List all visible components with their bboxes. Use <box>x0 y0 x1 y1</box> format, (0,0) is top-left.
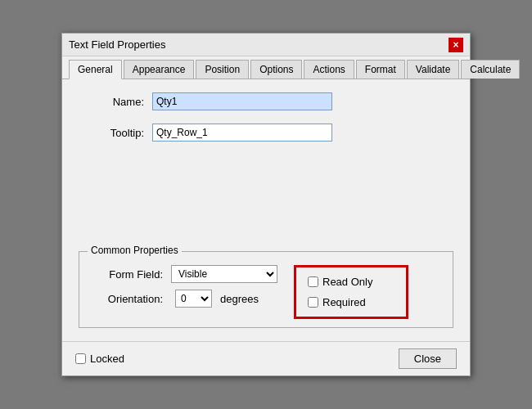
tooltip-label: Tooltip: <box>79 127 144 139</box>
orientation-label: Orientation: <box>89 293 163 305</box>
form-field-select[interactable]: Visible <box>171 265 277 283</box>
tab-general[interactable]: General <box>69 60 122 79</box>
tooltip-row: Tooltip: <box>79 124 453 142</box>
read-only-required-box: Read Only Required <box>294 265 408 319</box>
name-input[interactable] <box>152 92 332 110</box>
dialog-content: Name: Tooltip: Common Properties Form Fi… <box>62 79 470 341</box>
dialog-title: Text Field Properties <box>69 38 166 51</box>
tab-options[interactable]: Options <box>250 60 302 79</box>
close-dialog-button[interactable]: Close <box>399 348 457 369</box>
tab-position[interactable]: Position <box>196 60 249 79</box>
required-row[interactable]: Required <box>308 296 394 308</box>
tab-bar: General Appearance Position Options Acti… <box>62 56 470 79</box>
orientation-row: Orientation: 0 degrees <box>89 290 277 308</box>
orientation-select[interactable]: 0 <box>175 290 212 308</box>
form-field-label: Form Field: <box>89 268 163 281</box>
tab-format[interactable]: Format <box>356 60 405 79</box>
left-properties: Form Field: Visible Orientation: 0 degre… <box>89 265 277 308</box>
text-field-properties-dialog: Text Field Properties × General Appearan… <box>61 33 471 376</box>
required-label: Required <box>322 296 366 308</box>
required-checkbox[interactable] <box>308 297 318 308</box>
tab-validate[interactable]: Validate <box>407 60 459 79</box>
name-label: Name: <box>79 96 144 108</box>
read-only-row[interactable]: Read Only <box>308 276 394 288</box>
locked-label: Locked <box>90 353 124 365</box>
locked-checkbox[interactable] <box>75 353 86 364</box>
tab-actions[interactable]: Actions <box>304 60 354 79</box>
read-only-label: Read Only <box>322 276 372 288</box>
degrees-label: degrees <box>220 293 259 305</box>
dialog-titlebar: Text Field Properties × <box>62 34 470 56</box>
tooltip-input[interactable] <box>152 124 332 142</box>
read-only-checkbox[interactable] <box>308 276 318 287</box>
tab-appearance[interactable]: Appearance <box>124 60 195 79</box>
dialog-footer: Locked Close <box>62 341 470 375</box>
common-properties-group: Common Properties Form Field: Visible Or… <box>79 251 453 328</box>
group-legend: Common Properties <box>88 245 182 256</box>
locked-row[interactable]: Locked <box>75 353 124 365</box>
name-row: Name: <box>79 92 453 110</box>
close-icon-button[interactable]: × <box>449 38 463 52</box>
tab-calculate[interactable]: Calculate <box>461 60 520 79</box>
form-field-row: Form Field: Visible <box>89 265 277 283</box>
